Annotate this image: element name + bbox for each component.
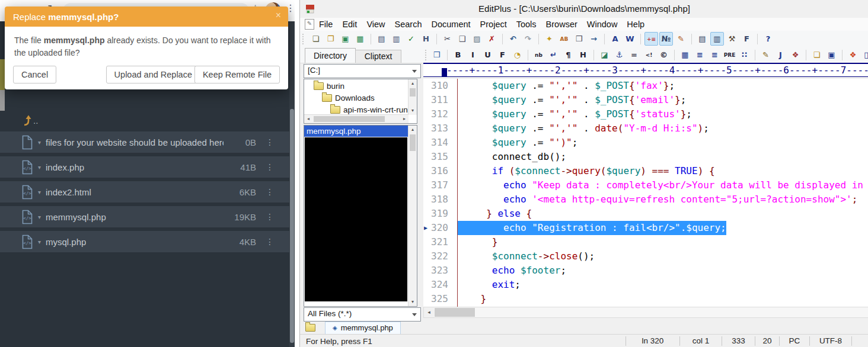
scroll-thumb[interactable]	[314, 116, 385, 122]
find-icon[interactable]: ✦	[542, 32, 556, 46]
file-actions-caret-icon[interactable]: ▾	[38, 214, 41, 220]
tab-cliptext[interactable]: Cliptext	[355, 50, 401, 63]
scroll-left-icon[interactable]: ◂	[304, 115, 312, 123]
line-break-icon[interactable]: ↵	[547, 48, 560, 62]
drive-selector[interactable]: [C:]	[304, 64, 421, 78]
font-tag-icon[interactable]: F	[496, 48, 509, 62]
document-tab[interactable]: ◈ memmysql.php	[325, 322, 401, 335]
find-in-files-icon[interactable]: ❒	[572, 32, 586, 46]
parent-directory-row[interactable]: ..	[0, 111, 289, 129]
goto-line-icon[interactable]: →	[587, 32, 601, 46]
cancel-button[interactable]: Cancel	[13, 66, 56, 83]
code-line[interactable]: 318 echo '<meta http-equiv=refresh conte…	[423, 192, 868, 207]
code-line[interactable]: 315 connect_db();	[423, 150, 868, 164]
user-toolbar-icon[interactable]: ⚒	[725, 32, 739, 46]
open-file-icon[interactable]: ❐	[324, 32, 337, 46]
scroll-right-icon[interactable]: ▸	[400, 115, 409, 123]
file-actions-caret-icon[interactable]: ▾	[38, 239, 41, 245]
marker-icon[interactable]: ✎	[674, 32, 688, 46]
save-all-icon[interactable]: ▦	[353, 32, 367, 46]
print-icon[interactable]: ▥	[390, 32, 403, 46]
menu-edit[interactable]: Edit	[337, 20, 362, 29]
file-menu-kebab-icon[interactable]: ⋮	[266, 137, 274, 147]
code-line[interactable]: 310 $query .= "','" . $_POST{'fax'};	[423, 79, 868, 93]
browser-preview-icon[interactable]: ❒	[430, 48, 443, 62]
div-icon[interactable]: ▣	[825, 48, 838, 62]
file-menu-kebab-icon[interactable]: ⋮	[266, 162, 274, 172]
spell-check-icon[interactable]: ✓	[404, 32, 418, 46]
heading-icon[interactable]: H	[576, 48, 590, 62]
underline-icon[interactable]: U	[481, 48, 494, 62]
bold-icon[interactable]: B	[451, 48, 465, 62]
scroll-left-icon[interactable]: ◂	[424, 307, 434, 317]
new-document-icon[interactable]: ❏	[309, 32, 323, 46]
wrap-icon[interactable]: W	[623, 32, 637, 46]
file-name[interactable]: index2.html	[46, 187, 91, 197]
file-row[interactable]: </>▾mysql.php4KB⋮	[0, 231, 289, 252]
print-preview-icon[interactable]: ▤	[375, 32, 388, 46]
code-line[interactable]: 311 $query .= "','" . $_POST{'email'};	[423, 93, 868, 107]
menu-tools[interactable]: Tools	[512, 20, 541, 29]
code-line[interactable]: 316 if ($connect->query($query) === TRUE…	[423, 164, 868, 178]
code-editor[interactable]: ----+----1----+----2----+----3----+----4…	[423, 63, 868, 334]
directory-window-icon[interactable]: ▥	[710, 32, 724, 46]
close-icon[interactable]: ×	[276, 11, 281, 20]
file-row[interactable]: </>▾memmysql.php19KB⋮	[0, 206, 289, 227]
scroll-thumb[interactable]	[410, 134, 416, 151]
code-line[interactable]: 317 echo "Keep data : completely<br/>You…	[423, 178, 868, 192]
object-icon[interactable]: ❖	[789, 48, 802, 62]
code-lines[interactable]: 310 $query .= "','" . $_POST{'fax'};311 …	[423, 79, 868, 307]
cliptext-window-icon[interactable]: ▤	[695, 32, 709, 46]
replace-icon[interactable]: AB	[557, 32, 571, 46]
scroll-down-icon[interactable]: ▾	[409, 298, 417, 306]
file-name[interactable]: memmysql.php	[46, 212, 106, 222]
page-scrollbar-thumb[interactable]	[290, 109, 294, 343]
menu-document[interactable]: Document	[427, 20, 476, 29]
file-menu-kebab-icon[interactable]: ⋮	[266, 237, 274, 246]
file-menu-kebab-icon[interactable]: ⋮	[266, 212, 274, 221]
image-icon[interactable]: ◪	[598, 48, 611, 62]
document-system-icon[interactable]: ✎	[305, 19, 314, 30]
menu-view[interactable]: View	[362, 20, 390, 29]
table-icon[interactable]: ▦	[678, 48, 692, 62]
keep-remote-file-button[interactable]: Keep Remote File	[194, 66, 280, 83]
file-row[interactable]: ▾files for your website should be upload…	[0, 131, 289, 153]
menu-file[interactable]: File	[314, 20, 337, 29]
menu-project[interactable]: Project	[476, 20, 512, 29]
menu-help[interactable]: Help	[622, 20, 649, 29]
file-menu-kebab-icon[interactable]: ⋮	[266, 187, 274, 197]
list-icon[interactable]: ∷	[738, 48, 751, 62]
folder-tab-icon[interactable]	[305, 323, 319, 333]
folder-icon[interactable]: ❏	[810, 48, 824, 62]
undo-icon[interactable]: ↶	[506, 32, 520, 46]
redo-icon[interactable]: ↷	[521, 32, 535, 46]
cut-icon[interactable]: ✂	[441, 32, 454, 46]
file-row[interactable]: </>▾index2.html6KB⋮	[0, 181, 289, 203]
script-icon[interactable]: ✎	[759, 48, 773, 62]
code-line[interactable]: 325 }	[423, 292, 868, 306]
tree-horizontal-scrollbar[interactable]: ◂ ▸	[304, 114, 409, 123]
tab-directory[interactable]: Directory	[305, 48, 356, 63]
line-number-icon[interactable]: №	[659, 32, 673, 46]
tree-node-api-ms-win-crt-runtim[interactable]: api-ms-win-crt-runtim	[305, 104, 408, 115]
code-line[interactable]: 324 exit;	[423, 278, 868, 292]
pre-icon[interactable]: PRE	[723, 48, 736, 62]
right-align-icon[interactable]: ≡	[708, 48, 722, 62]
delete-icon[interactable]: ✗	[485, 32, 499, 46]
copy-icon[interactable]: ❑	[455, 32, 469, 46]
windows-colors-icon[interactable]: ❖	[846, 48, 860, 62]
code-line[interactable]: 314 $query .= "')";	[423, 136, 868, 150]
file-row[interactable]: </>▾index.php41B⋮	[0, 156, 289, 178]
wrap-indicator-icon[interactable]: +≡	[644, 32, 658, 46]
italic-icon[interactable]: I	[466, 48, 480, 62]
tree-node-burin[interactable]: burin	[305, 80, 408, 92]
selected-file-row[interactable]: memmysql.php	[304, 126, 410, 137]
file-actions-caret-icon[interactable]: ▾	[38, 164, 41, 171]
menu-window[interactable]: Window	[582, 20, 623, 29]
code-line[interactable]: ▶320 echo "Registration : fail<br/>".$qu…	[423, 221, 868, 235]
anchor-icon[interactable]: ⚓	[612, 48, 626, 62]
center-align-icon[interactable]: ≡	[693, 48, 707, 62]
tree-node-downloads[interactable]: Downloads	[305, 92, 408, 104]
file-filter-selector[interactable]: All Files (*.*)	[304, 307, 421, 322]
save-icon[interactable]: ▣	[339, 32, 352, 46]
